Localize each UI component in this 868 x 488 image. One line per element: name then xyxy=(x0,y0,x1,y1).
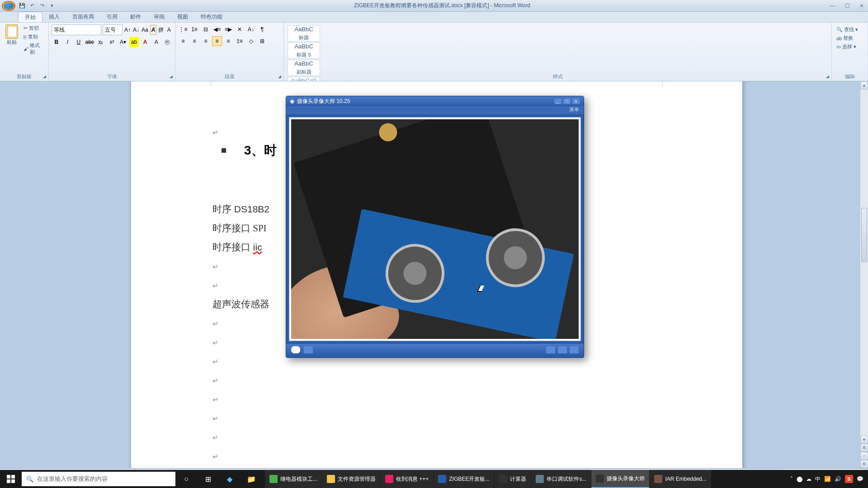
font-size-select[interactable] xyxy=(103,24,123,35)
webcam-pause-button[interactable] xyxy=(303,346,313,354)
change-case-button[interactable]: Aa xyxy=(141,25,149,35)
cut-button[interactable]: ✂剪切 xyxy=(22,24,46,32)
taskbar-task[interactable]: 摄像头录像大师 xyxy=(591,470,649,488)
text-effects-button[interactable]: A▾ xyxy=(118,37,128,47)
replace-button[interactable]: ab替换 xyxy=(835,34,865,42)
shrink-font-button[interactable]: A↓ xyxy=(132,25,140,35)
webcam-fullscreen-button[interactable] xyxy=(557,346,567,354)
scroll-down-button[interactable]: ▼ xyxy=(860,436,868,444)
align-right-button[interactable]: ≡ xyxy=(201,36,211,46)
vertical-scrollbar[interactable]: ▲ ▼ ⦿ ○ ⦿ xyxy=(860,81,868,468)
tray-network-icon[interactable]: 📶 xyxy=(824,476,831,482)
explorer-icon[interactable]: 📁 xyxy=(241,470,262,488)
borders-button[interactable]: ⊞ xyxy=(257,36,267,46)
highlight-button[interactable]: ab xyxy=(129,37,139,47)
tab-mailings[interactable]: 邮件 xyxy=(124,12,147,22)
tray-sogou-icon[interactable]: S xyxy=(845,475,853,483)
scroll-thumb[interactable] xyxy=(861,208,867,262)
grow-font-button[interactable]: A↑ xyxy=(124,25,131,35)
tray-ime-icon[interactable]: 中 xyxy=(815,475,821,483)
bold-button[interactable]: B xyxy=(52,37,61,47)
undo-icon[interactable]: ↶ xyxy=(28,2,36,10)
taskbar-task[interactable]: 文件资源管理器 xyxy=(322,470,380,488)
webcam-maximize-button[interactable]: □ xyxy=(563,98,571,104)
align-left-button[interactable]: ≡ xyxy=(178,36,188,46)
copy-button[interactable]: ⎘复制 xyxy=(22,33,46,41)
office-button[interactable] xyxy=(2,1,15,11)
taskbar-task[interactable]: IAR Embedded... xyxy=(650,470,711,488)
redo-icon[interactable]: ↷ xyxy=(38,2,46,10)
superscript-button[interactable]: x² xyxy=(107,37,117,47)
underline-button[interactable]: U xyxy=(74,37,84,47)
next-page-button[interactable]: ⦿ xyxy=(860,460,868,468)
justify-button[interactable]: ≡ xyxy=(212,36,222,46)
tray-app-icon[interactable]: ⬤ xyxy=(797,476,802,482)
show-marks-button[interactable]: ¶ xyxy=(257,24,267,34)
tab-home[interactable]: 开始 xyxy=(18,12,42,22)
style-item[interactable]: AaBbC标题 5 xyxy=(288,42,320,59)
cortana-icon[interactable]: ○ xyxy=(175,470,197,488)
find-button[interactable]: 🔍查找▾ xyxy=(835,25,865,34)
multilevel-button[interactable]: ⊟ xyxy=(201,24,211,34)
task-view-icon[interactable]: ⊞ xyxy=(197,470,219,488)
styles-dialog-launcher[interactable]: ◢ xyxy=(825,74,830,80)
distributed-button[interactable]: ≡ xyxy=(223,36,233,46)
shading-button[interactable]: ◇ xyxy=(246,36,256,46)
tab-insert[interactable]: 插入 xyxy=(42,12,66,22)
webcam-menu-button[interactable]: 菜单 xyxy=(286,106,584,114)
pinned-app-icon[interactable]: ◆ xyxy=(219,470,241,488)
minimize-button[interactable]: — xyxy=(828,2,837,9)
tab-layout[interactable]: 页面布局 xyxy=(66,12,100,22)
clipboard-dialog-launcher[interactable]: ◢ xyxy=(42,74,47,80)
strikethrough-button[interactable]: abc xyxy=(85,37,95,47)
select-button[interactable]: ▭选择▾ xyxy=(835,42,865,51)
paragraph-dialog-launcher[interactable]: ◢ xyxy=(277,74,282,80)
paste-button[interactable]: 粘贴 xyxy=(3,24,20,56)
char-shading-button[interactable]: A xyxy=(151,37,161,47)
sort-button[interactable]: A↓ xyxy=(246,24,256,34)
start-button[interactable] xyxy=(0,470,22,488)
tab-review[interactable]: 审阅 xyxy=(147,12,171,22)
taskbar-search[interactable]: 🔍 在这里输入你要搜索的内容 xyxy=(22,472,175,486)
enclose-char-button[interactable]: ㊥ xyxy=(162,37,172,47)
scroll-up-button[interactable]: ▲ xyxy=(860,81,868,89)
tray-volume-icon[interactable]: 🔊 xyxy=(835,476,841,482)
numbering-button[interactable]: 1≡ xyxy=(189,24,199,34)
webcam-minimize-button[interactable]: _ xyxy=(554,98,562,104)
taskbar-task[interactable]: 计算器 xyxy=(495,470,531,488)
char-border-button[interactable]: A xyxy=(166,25,172,35)
tray-onedrive-icon[interactable]: ☁ xyxy=(806,476,811,482)
heading-text[interactable]: 3、时 xyxy=(244,142,277,159)
tray-notification-icon[interactable]: 💬 xyxy=(857,476,863,482)
maximize-button[interactable]: ☐ xyxy=(843,2,852,9)
format-painter-button[interactable]: 🖌格式刷 xyxy=(22,42,46,56)
increase-indent-button[interactable]: ≡▶ xyxy=(223,24,233,34)
browse-object-button[interactable]: ○ xyxy=(860,452,868,460)
taskbar-task[interactable]: 继电器模块工... xyxy=(265,470,322,488)
subscript-button[interactable]: x₂ xyxy=(96,37,106,47)
phonetic-button[interactable]: 拼 xyxy=(158,25,164,35)
tab-special[interactable]: 特色功能 xyxy=(194,12,229,22)
style-item[interactable]: AaBbC标题 xyxy=(288,25,320,42)
webcam-window[interactable]: ◉ 摄像头录像大师 10.25 _ □ x 菜单 xyxy=(286,96,584,358)
taskbar-task[interactable]: 串口调试软件s... xyxy=(531,470,591,488)
close-button[interactable]: ✕ xyxy=(857,2,866,9)
taskbar-task[interactable]: ZIGBEE开发板... xyxy=(434,470,494,488)
decrease-indent-button[interactable]: ◀≡ xyxy=(212,24,222,34)
clear-format-button[interactable]: A̸ xyxy=(150,25,156,35)
webcam-snapshot-button[interactable] xyxy=(546,346,556,354)
taskbar-task[interactable]: 收到消息 +++ xyxy=(381,470,433,488)
save-icon[interactable]: 💾 xyxy=(18,2,26,10)
font-color-button[interactable]: A xyxy=(140,37,150,47)
tab-view[interactable]: 视图 xyxy=(171,12,194,22)
tray-expand-icon[interactable]: ˄ xyxy=(790,476,793,482)
webcam-titlebar[interactable]: ◉ 摄像头录像大师 10.25 _ □ x xyxy=(286,96,584,106)
qat-dropdown-icon[interactable]: ▾ xyxy=(48,2,56,10)
prev-page-button[interactable]: ⦿ xyxy=(860,444,868,452)
line-spacing-button[interactable]: ‡≡ xyxy=(235,36,245,46)
webcam-settings-button[interactable] xyxy=(569,346,579,354)
italic-button[interactable]: I xyxy=(63,37,73,47)
asian-layout-button[interactable]: ✕ xyxy=(235,24,245,34)
bullets-button[interactable]: ⋮≡ xyxy=(178,24,188,34)
align-center-button[interactable]: ≡ xyxy=(189,36,199,46)
